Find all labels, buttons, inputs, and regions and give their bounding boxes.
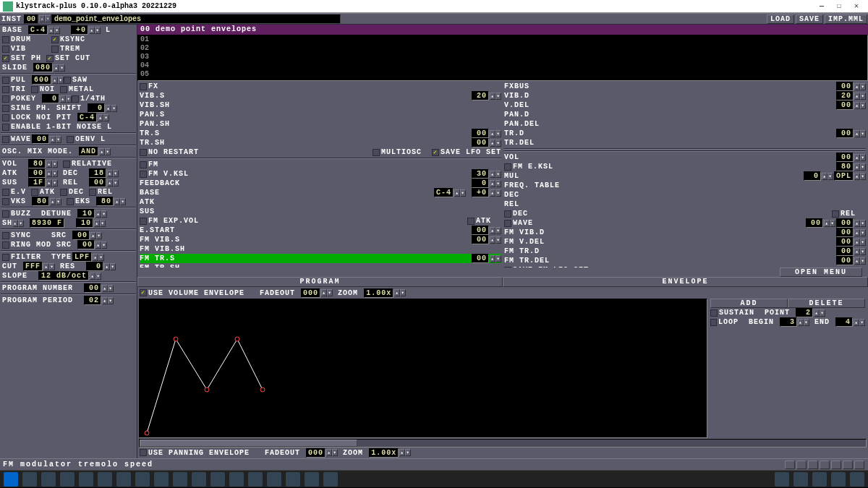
fmtrd-value[interactable]: 00 <box>836 247 854 256</box>
taskbar-icon[interactable] <box>135 472 150 487</box>
param-decr[interactable]: DECREL <box>504 209 866 218</box>
taskbar-icon[interactable] <box>41 472 56 487</box>
list-item[interactable]: 03 <box>138 53 867 61</box>
taskbar-icon[interactable] <box>229 472 244 487</box>
progper-value[interactable]: 02 <box>84 296 101 305</box>
pan-fadeout-value[interactable]: 000 <box>306 448 326 458</box>
drum-checkbox[interactable] <box>2 36 9 43</box>
sine-checkbox[interactable] <box>2 105 9 112</box>
fmvksl-value[interactable]: 30 <box>472 169 489 179</box>
slope-value[interactable]: 12 dB/oct <box>38 271 89 281</box>
zoom-value[interactable]: 1.00x <box>364 288 393 298</box>
wave-checkbox[interactable] <box>504 220 511 227</box>
sh-value[interactable]: 8930 F <box>30 218 64 228</box>
vibd-value[interactable]: 20 <box>836 91 854 100</box>
tray-icon[interactable] <box>775 472 789 487</box>
lock-toggle[interactable]: L <box>106 26 111 34</box>
param-dec[interactable]: DEC <box>504 190 866 200</box>
param-fmtrdel[interactable]: FM TR.DEL00▴▾ <box>504 256 866 265</box>
fm-checkbox[interactable] <box>140 161 147 168</box>
loop-checkbox[interactable] <box>710 319 717 326</box>
status-icon[interactable] <box>820 461 830 469</box>
start-button[interactable] <box>4 472 18 487</box>
minimize-button[interactable]: — <box>813 1 830 12</box>
vol-value[interactable]: 00 <box>836 153 854 162</box>
metal-checkbox[interactable] <box>60 86 67 93</box>
feedback-value[interactable]: 0 <box>472 179 489 188</box>
basec-value[interactable]: C-4 <box>434 188 454 197</box>
param-freqtable[interactable]: FREQ. TABLE <box>504 181 866 190</box>
param-fxbus[interactable]: FXBUS00▴▾ <box>504 82 866 91</box>
taskbar-icon[interactable] <box>248 472 263 487</box>
param-sus[interactable]: SUS <box>140 207 501 216</box>
taskbar-icon[interactable] <box>286 472 300 487</box>
setcut-checkbox[interactable] <box>46 55 54 62</box>
taskbar-icon[interactable] <box>305 472 319 487</box>
vib-checkbox[interactable] <box>2 46 9 53</box>
taskbar-icon[interactable] <box>210 472 225 487</box>
ksync-checkbox[interactable] <box>51 36 59 43</box>
tray-icon[interactable] <box>812 472 827 487</box>
param-mul[interactable]: MUL0▴▾OPL▴▾ <box>504 171 866 181</box>
taskbar-icon[interactable] <box>323 472 338 487</box>
fmvksl-checkbox[interactable] <box>140 171 147 178</box>
sine-value[interactable]: 0 <box>88 103 105 113</box>
restart-checkbox[interactable] <box>140 149 147 156</box>
trs-value[interactable]: 00 <box>472 129 489 138</box>
param-vibsh[interactable]: VIB.SH <box>140 100 501 110</box>
inst-number[interactable]: 00 <box>24 14 38 24</box>
sync-checkbox[interactable] <box>2 232 9 239</box>
taskbar-icon[interactable] <box>173 472 187 487</box>
atk-value[interactable]: 00 <box>28 168 46 178</box>
param-pand[interactable]: PAN.D <box>504 110 866 119</box>
setph-checkbox[interactable] <box>2 55 9 62</box>
ringmod-checkbox[interactable] <box>2 241 9 249</box>
noise1bit-checkbox[interactable] <box>2 124 9 131</box>
fmeksl-value[interactable]: 80 <box>836 162 854 171</box>
detune-value[interactable]: 10 <box>77 209 95 218</box>
param-vibs[interactable]: VIB.S20▴▾ <box>140 91 501 100</box>
lock-value[interactable]: C-4 <box>77 113 97 122</box>
param-estart[interactable]: E.START00▴▾ <box>140 226 501 235</box>
eks-value[interactable]: 80 <box>96 197 114 206</box>
oscmix-value[interactable]: AND <box>79 147 98 156</box>
save-button[interactable]: SAVE <box>796 14 823 24</box>
ev-checkbox[interactable] <box>2 189 9 196</box>
add-point-button[interactable]: ADD <box>710 299 788 308</box>
sequence-list[interactable]: 01 02 03 04 05 <box>137 35 868 81</box>
close-button[interactable]: ✕ <box>848 1 865 12</box>
envelope-scrollbar[interactable] <box>139 439 867 448</box>
tab-envelope[interactable]: ENVELOPE <box>503 277 868 287</box>
pokey-value[interactable]: 0 <box>42 94 59 103</box>
use-volume-env-checkbox[interactable] <box>140 289 147 296</box>
buzz-checkbox[interactable] <box>2 210 9 218</box>
envelope-canvas[interactable] <box>139 299 707 438</box>
taskbar-icon[interactable] <box>79 472 93 487</box>
mul-value[interactable]: 0 <box>804 171 821 181</box>
inst-spinner[interactable]: ▴▾ <box>39 15 51 22</box>
param-pandel[interactable]: PAN.DEL <box>504 119 866 129</box>
tri-checkbox[interactable] <box>2 86 9 93</box>
use-panning-env-checkbox[interactable] <box>140 449 147 456</box>
prognum-value[interactable]: 00 <box>84 283 101 293</box>
rel-value[interactable]: 00 <box>89 178 106 187</box>
loop-end[interactable]: 4 <box>835 317 853 327</box>
status-icon[interactable] <box>808 461 818 469</box>
param-fmtrd[interactable]: FM TR.D00▴▾ <box>504 247 866 256</box>
filter-checkbox[interactable] <box>2 254 9 261</box>
load-button[interactable]: LOAD <box>767 14 794 24</box>
vdel-value[interactable]: 00 <box>836 100 854 110</box>
delete-point-button[interactable]: DELETE <box>788 299 865 308</box>
decr-checkbox[interactable] <box>504 210 511 218</box>
dec-value[interactable]: 18 <box>89 168 106 178</box>
maximize-button[interactable]: ☐ <box>830 1 848 12</box>
trsh-value[interactable]: 00 <box>472 138 489 147</box>
wave-value[interactable]: 00 <box>32 134 49 144</box>
taskbar-icon[interactable] <box>192 472 206 487</box>
taskbar-icon[interactable] <box>22 472 37 487</box>
fmvibd-value[interactable]: 00 <box>836 228 854 237</box>
fxbus-value[interactable]: 00 <box>836 82 854 91</box>
param-fmvdel[interactable]: FM V.DEL00▴▾ <box>504 237 866 247</box>
loop-begin[interactable]: 3 <box>780 317 797 327</box>
param-trdel[interactable]: TR.DEL <box>504 138 866 147</box>
